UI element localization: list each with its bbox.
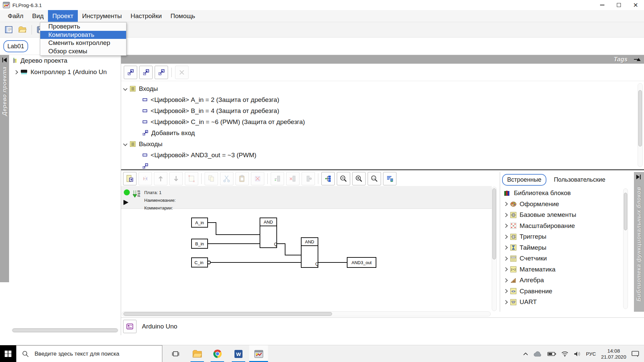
action-center-icon[interactable] [631,351,639,357]
chevron-right-icon[interactable] [503,256,508,261]
zoom-in-button[interactable] [352,172,366,185]
tab-user[interactable]: Пользовательские [554,176,605,183]
lib-item-basic[interactable]: Базовые элементы [500,209,629,221]
menu-item-check[interactable]: Проверить [40,22,126,31]
chevron-right-icon[interactable] [503,213,508,217]
menu-item-change-controller[interactable]: Сменить контроллер [40,39,126,47]
gate1-label: AND [264,220,273,225]
taskbar: Введите здесь текст для поиска W [0,345,644,362]
menu-help[interactable]: Помощь [166,10,199,22]
zoom-actual-button[interactable]: 1:1 [368,172,381,185]
add-variable-button[interactable] [155,66,168,79]
lib-item-algebra[interactable]: Алгебра [500,275,629,286]
output-and3-row[interactable]: <Цифровой> AND3_out = ~3 (PWM) [121,149,644,161]
new-project-icon[interactable] [5,26,13,34]
lib-item-uart[interactable]: UART [500,297,629,308]
minimize-button[interactable] [594,0,610,10]
menu-file[interactable]: Файл [3,10,28,22]
lib-item-math[interactable]: 2+2 Математика [500,264,629,275]
menu-project[interactable]: Проект [48,10,78,22]
chevron-right-icon[interactable] [503,278,508,283]
inputs-section[interactable]: Входы [121,83,644,94]
lib-item-timers[interactable]: Таймеры [500,242,629,253]
project-tree-hscrollbar[interactable] [12,328,118,333]
library-root[interactable]: Библиотека блоков [500,188,629,199]
start-button[interactable] [0,345,16,362]
outputs-section[interactable]: Выходы [121,138,644,149]
chevron-right-icon[interactable] [503,300,508,304]
word-button[interactable]: W [229,345,248,362]
chevron-right-icon[interactable] [503,245,508,250]
menu-item-compile[interactable]: Компилировать [40,31,126,39]
volume-icon[interactable] [574,351,581,357]
lib-item-design[interactable]: Оформление [500,199,629,210]
scheme-canvas[interactable]: 01 10 01 Плата: 1 Наименование: Коммента… [121,186,492,317]
clipped-row[interactable] [121,161,644,169]
onedrive-cloud-icon[interactable] [533,351,542,357]
menu-item-scheme-overview[interactable]: Обзор схемы [40,47,126,56]
input-b-row[interactable]: <Цифровой> B_in = 4 (Защита от дребезга) [121,105,644,116]
tab-builtin[interactable]: Встроенные [502,174,546,186]
language-indicator[interactable]: РУС [586,351,596,357]
controller-node[interactable]: Контроллер 1 (Arduino Un [9,66,121,78]
lib-item-scaling[interactable]: Масштабирование [500,221,629,232]
chevron-right-icon[interactable] [503,267,508,272]
collapse-left-panel-button[interactable] [0,55,9,65]
lib-item-triggers[interactable]: Триггеры [500,231,629,242]
library-vscrollbar[interactable] [623,188,628,309]
controller-info-button[interactable] [123,320,137,333]
open-project-icon[interactable] [18,26,27,33]
input-c-row[interactable]: <Цифровой> C_in = ~6 (PWM) (Защита от др… [121,116,644,127]
battery-icon[interactable] [547,352,556,356]
close-button[interactable]: × [627,0,644,10]
add-block-button[interactable] [123,172,137,185]
menu-settings[interactable]: Настройки [126,10,166,22]
board-status-icon [124,189,130,195]
chevron-right-icon[interactable] [14,70,18,74]
add-output-button[interactable] [139,66,153,79]
hierarchy-button[interactable] [321,172,335,185]
canvas-hscrollbar[interactable] [122,311,491,316]
zoom-out-button[interactable] [337,172,350,185]
svg-text:W: W [236,351,241,357]
io-vscrollbar[interactable] [638,83,643,167]
chrome-button[interactable] [208,345,227,362]
task-view-button[interactable] [166,345,185,362]
input-a-row[interactable]: <Цифровой> A_in = 2 (Защита от дребезга) [121,94,644,105]
file-explorer-button[interactable] [188,345,207,362]
add-pin-icon [143,163,148,169]
project-tree-root[interactable]: Дерево проекта [9,55,121,66]
menu-view[interactable]: Вид [28,10,48,22]
board-digits-label: 01 10 01 [138,190,141,199]
taskbar-search[interactable]: Введите здесь текст для поиска [16,345,162,362]
chevron-down-icon[interactable] [123,142,127,146]
board-header: 01 10 01 Плата: 1 Наименование: Коммента… [121,186,492,209]
lib-item-label: UART [520,298,537,306]
collapse-library-button[interactable] [634,172,643,182]
chevron-right-icon[interactable] [503,289,508,293]
lib-item-counters[interactable]: Счетчики [500,253,629,264]
maximize-button[interactable] [610,0,627,10]
tab-lab01[interactable]: Lab01 [3,40,28,52]
chevron-right-icon[interactable] [503,235,508,239]
sort-blocks-button[interactable] [383,172,396,185]
taskbar-clock[interactable]: 14:08 21.07.2020 [601,348,626,360]
add-input-row[interactable]: Добавить вход [121,127,644,138]
wifi-icon[interactable] [561,351,569,357]
collapse-right-icon [636,175,640,179]
chevron-right-icon[interactable] [503,224,508,228]
lib-item-compare[interactable]: <> Сравнение [500,286,629,297]
chevron-right-icon[interactable] [503,202,508,206]
menu-tools[interactable]: Инструменты [78,10,126,22]
io-toolbar-separator [171,68,172,77]
canvas-vscrollbar[interactable] [492,187,497,311]
scheme-drawing[interactable]: A_in B_in C_in AND AND Q Q AND3_out [121,209,492,312]
system-tray: РУС 14:08 21.07.2020 [523,345,644,362]
panel-splitter[interactable] [121,169,644,170]
chevron-down-icon[interactable] [123,86,127,91]
toolbar-separator [201,173,202,184]
flprog-taskbar-button[interactable] [249,345,268,362]
hidden-icons-chevron[interactable] [523,352,528,355]
add-input-button[interactable] [124,66,137,79]
collapse-tags-button[interactable] [636,54,641,64]
